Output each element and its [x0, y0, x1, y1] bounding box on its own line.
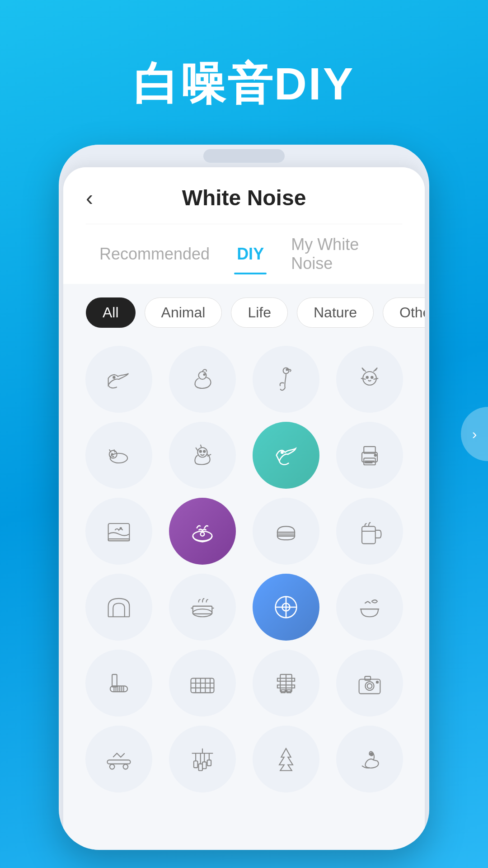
sound-item-bird[interactable]	[81, 346, 156, 413]
sound-circle-dining	[253, 574, 319, 641]
svg-point-70	[123, 764, 128, 769]
sound-circle-skateboard	[85, 726, 152, 793]
svg-point-67	[376, 681, 378, 683]
svg-point-25	[200, 532, 204, 536]
header-title: White Noise	[182, 185, 306, 210]
sound-item-windchime[interactable]	[165, 726, 239, 793]
sound-circle-bird2	[253, 422, 319, 489]
sound-item-duck[interactable]	[165, 346, 239, 413]
sound-item-dining[interactable]	[249, 574, 323, 641]
svg-point-2	[203, 374, 205, 375]
svg-point-64	[365, 682, 374, 690]
tab-recommended[interactable]: Recommended	[86, 234, 223, 274]
svg-point-3	[283, 368, 289, 374]
sound-circle-dog	[169, 422, 236, 489]
sound-item-dog[interactable]	[165, 422, 239, 489]
sound-item-camera[interactable]	[332, 650, 407, 717]
svg-point-0	[113, 377, 115, 378]
right-arrow-decoration: ›	[461, 407, 488, 461]
filter-nature[interactable]: Nature	[297, 297, 374, 328]
sound-circle-bird	[85, 346, 152, 413]
sound-item-dog-rest[interactable]	[81, 422, 156, 489]
sound-item-burger[interactable]	[249, 498, 323, 565]
sound-circle-bowl	[336, 574, 403, 641]
sound-item-island[interactable]	[332, 726, 407, 793]
svg-point-4	[286, 369, 287, 370]
svg-rect-23	[108, 539, 129, 541]
svg-point-81	[370, 753, 373, 755]
tab-my-white-noise[interactable]: My White Noise	[277, 224, 402, 284]
svg-point-12	[199, 450, 201, 452]
sound-item-bath[interactable]	[165, 498, 239, 565]
svg-rect-80	[207, 760, 211, 766]
header-row: ‹ White Noise	[86, 185, 402, 224]
svg-rect-79	[202, 762, 206, 769]
svg-point-5	[363, 372, 376, 385]
sound-circle-bath	[169, 498, 236, 565]
sound-item-pot[interactable]	[165, 574, 239, 641]
sound-circle-construction	[253, 650, 319, 717]
tabs-row: Recommended DIY My White Noise	[86, 224, 402, 284]
sound-item-printer[interactable]	[332, 422, 407, 489]
sound-circle-keyboard	[169, 650, 236, 717]
phone-mockup: ‹ White Noise Recommended DIY My White N…	[59, 145, 429, 850]
sound-circle-printer	[336, 422, 403, 489]
sound-item-beer[interactable]	[332, 498, 407, 565]
sound-circle-flamingo	[253, 346, 319, 413]
sound-item-bowl[interactable]	[332, 574, 407, 641]
sound-circle-duck	[169, 346, 236, 413]
sound-circle-dog-rest	[85, 422, 152, 489]
sounds-grid	[63, 341, 425, 811]
page-title-area: 白噪音DIY	[0, 0, 488, 142]
sound-circle-windchime	[169, 726, 236, 793]
sound-circle-cat	[336, 346, 403, 413]
sound-item-cat[interactable]	[332, 346, 407, 413]
tab-diy[interactable]: DIY	[223, 234, 277, 274]
sound-circle-burger	[253, 498, 319, 565]
sound-item-toothbrush[interactable]	[81, 650, 156, 717]
sound-item-forest[interactable]	[249, 726, 323, 793]
svg-point-22	[120, 528, 121, 529]
svg-point-1	[198, 372, 206, 379]
svg-point-65	[367, 684, 372, 689]
sound-item-skateboard[interactable]	[81, 726, 156, 793]
app-header: ‹ White Noise Recommended DIY My White N…	[63, 167, 425, 284]
svg-point-31	[192, 609, 212, 617]
sound-circle-toothbrush	[85, 650, 152, 717]
sound-circle-camera	[336, 650, 403, 717]
svg-point-7	[371, 377, 373, 378]
sound-item-bird2[interactable]	[249, 422, 323, 489]
sound-circle-aquarium	[85, 498, 152, 565]
svg-point-69	[109, 764, 114, 769]
svg-point-10	[111, 453, 113, 455]
sound-circle-tunnel	[85, 574, 152, 641]
filter-other[interactable]: Other	[383, 297, 425, 328]
sound-item-aquarium[interactable]	[81, 498, 156, 565]
svg-rect-28	[362, 526, 375, 543]
sound-circle-beer	[336, 498, 403, 565]
filter-animal[interactable]: Animal	[145, 297, 222, 328]
sound-item-tunnel[interactable]	[81, 574, 156, 641]
phone-notch	[203, 149, 285, 163]
filter-life[interactable]: Life	[231, 297, 288, 328]
filter-all[interactable]: All	[86, 297, 136, 328]
sound-item-keyboard[interactable]	[165, 650, 239, 717]
svg-point-13	[203, 450, 205, 452]
svg-point-14	[281, 452, 283, 453]
phone-top-bar	[59, 145, 429, 167]
filter-row: All Animal Life Nature Other	[63, 284, 425, 341]
back-button[interactable]: ‹	[86, 185, 93, 210]
svg-rect-21	[108, 524, 129, 541]
svg-rect-77	[193, 761, 197, 768]
sound-circle-pot	[169, 574, 236, 641]
svg-rect-42	[112, 675, 117, 687]
sound-circle-island	[336, 726, 403, 793]
svg-point-20	[374, 454, 376, 456]
sound-item-construction[interactable]	[249, 650, 323, 717]
app-content: ‹ White Noise Recommended DIY My White N…	[63, 167, 425, 850]
page-title: 白噪音DIY	[0, 54, 488, 115]
svg-rect-78	[198, 764, 202, 771]
sound-item-flamingo[interactable]	[249, 346, 323, 413]
sound-circle-forest	[253, 726, 319, 793]
svg-rect-68	[107, 760, 130, 764]
